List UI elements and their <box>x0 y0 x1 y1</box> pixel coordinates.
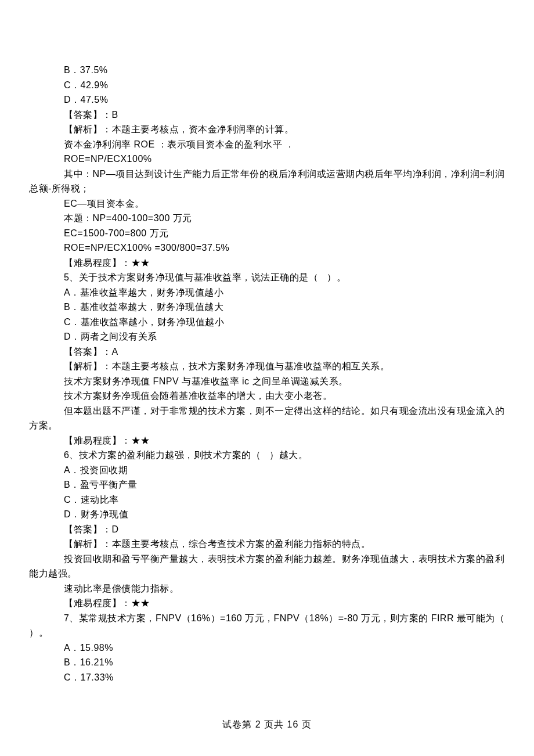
text-line: 【答案】：A <box>29 344 505 359</box>
text-line: 【解析】：本题主要考核点，资本金净利润率的计算。 <box>29 122 505 137</box>
text-line: D．财务净现值 <box>29 507 505 522</box>
text-line: C．17.33% <box>29 670 505 685</box>
text-line: B．基准收益率越大，财务净现值越大 <box>29 300 505 315</box>
text-line: A．基准收益率越大，财务净现值越小 <box>29 285 505 300</box>
text-line: 投资回收期和盈亏平衡产量越大，表明技术方案的盈利能力越差。财务净现值越大，表明技… <box>29 552 505 581</box>
text-line: 技术方案财务净现值 FNPV 与基准收益率 ic 之间呈单调递减关系。 <box>29 374 505 389</box>
text-line: C．速动比率 <box>29 492 505 507</box>
text-line: 本题：NP=400-100=300 万元 <box>29 211 505 226</box>
text-line: 【解析】：本题主要考核点，技术方案财务净现值与基准收益率的相互关系。 <box>29 359 505 374</box>
text-line: 5、关于技术方案财务净现值与基准收益率，说法正确的是（ ）。 <box>29 270 505 285</box>
document-page: B．37.5%C．42.9%D．47.5%【答案】：B【解析】：本题主要考核点，… <box>0 0 534 756</box>
text-line: 技术方案财务净现值会随着基准收益率的增大，由大变小老苍。 <box>29 388 505 404</box>
text-line: D．两者之间没有关系 <box>29 329 505 344</box>
text-line: B．16.21% <box>29 655 505 670</box>
page-body: B．37.5%C．42.9%D．47.5%【答案】：B【解析】：本题主要考核点，… <box>29 63 505 685</box>
text-line: B．盈亏平衡产量 <box>29 477 505 492</box>
text-line: B．37.5% <box>29 63 505 78</box>
text-line: 速动比率是偿债能力指标。 <box>29 581 505 596</box>
text-line: ROE=NP/ECX100% <box>29 152 505 167</box>
text-line: 【答案】：B <box>29 107 505 123</box>
text-line: 但本题出题不严谨，对于非常规的技术方案，则不一定得出这样的结论。如只有现金流出没… <box>29 404 505 433</box>
text-line: EC—项目资本金。 <box>29 196 505 211</box>
text-line: EC=1500-700=800 万元 <box>29 226 505 241</box>
text-line: 【难易程度】：★★ <box>29 433 505 448</box>
text-line: 其中：NP—项目达到设计生产能力后正常年份的税后净利润或运营期内税后年平均净利润… <box>29 167 505 196</box>
text-line: 资本金净利润率 ROE ：表示项目资本金的盈利水平 ． <box>29 137 505 152</box>
text-line: 【答案】：D <box>29 522 505 537</box>
text-line: 【解析】：本题主要考核点，综合考查技术方案的盈利能力指标的特点。 <box>29 537 505 552</box>
text-line: ROE=NP/ECX100% =300/800=37.5% <box>29 240 505 255</box>
text-line: 【难易程度】：★★ <box>29 255 505 271</box>
text-line: A．投资回收期 <box>29 463 505 478</box>
page-footer: 试卷第 2 页共 16 页 <box>0 717 534 732</box>
text-line: 6、技术方案的盈利能力越强，则技术方案的（ ）越大。 <box>29 448 505 463</box>
text-line: C．42.9% <box>29 78 505 93</box>
text-line: A．15.98% <box>29 640 505 656</box>
text-line: D．47.5% <box>29 92 505 107</box>
text-line: 【难易程度】：★★ <box>29 596 505 611</box>
text-line: 7、某常规技术方案，FNPV（16%）=160 万元，FNPV（18%）=-80… <box>29 611 505 640</box>
text-line: C．基准收益率越小，财务净现值越小 <box>29 315 505 330</box>
